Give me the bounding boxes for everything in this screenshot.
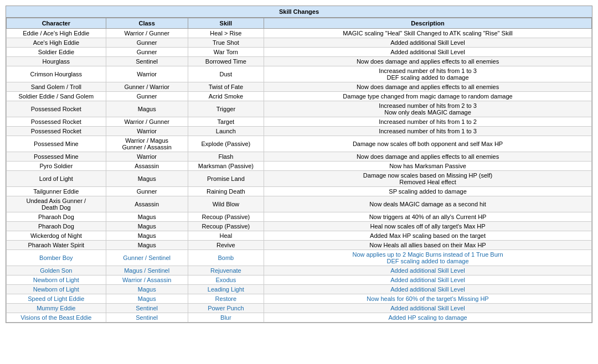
- cell-skill: Heal > Rise: [188, 29, 264, 38]
- cell-class: Gunner / Sentinel: [106, 250, 188, 266]
- table-row: Soldier Eddie / Sand GolemGunnerAcrid Sm…: [7, 92, 592, 101]
- cell-skill: Blur: [188, 313, 264, 323]
- cell-description: Now applies up to 2 Magic Burns instead …: [264, 250, 592, 266]
- cell-class: Gunner / Warrior: [106, 82, 188, 92]
- cell-description: Now does damage and applies effects to a…: [264, 57, 592, 66]
- cell-description: Increased number of hits from 1 to 3DEF …: [264, 66, 592, 82]
- cell-character: Possessed Rocket: [7, 117, 106, 127]
- cell-skill: Acrid Smoke: [188, 92, 264, 101]
- cell-description: Added additional Skill Level: [264, 266, 592, 275]
- header-skill: Skill: [188, 18, 264, 29]
- cell-description: Added additional Skill Level: [264, 38, 592, 48]
- cell-character: Crimson Hourglass: [7, 66, 106, 82]
- cell-class: Magus: [106, 212, 188, 222]
- cell-skill: Revive: [188, 241, 264, 250]
- cell-skill: Promise Land: [188, 171, 264, 187]
- cell-skill: Recoup (Passive): [188, 222, 264, 231]
- cell-character: Pharaoh Water Spirit: [7, 241, 106, 250]
- cell-description: Added additional Skill Level: [264, 48, 592, 57]
- table-row: Pharaoh DogMagusRecoup (Passive)Heal now…: [7, 222, 592, 231]
- cell-class: Assassin: [106, 196, 188, 212]
- cell-class: Warrior / Gunner: [106, 117, 188, 127]
- table-row: Bomber BoyGunner / SentinelBombNow appli…: [7, 250, 592, 266]
- cell-character: Newborn of Light: [7, 285, 106, 294]
- cell-skill: Target: [188, 117, 264, 127]
- cell-skill: Flash: [188, 152, 264, 162]
- cell-description: Added additional Skill Level: [264, 304, 592, 313]
- cell-class: Gunner: [106, 38, 188, 48]
- cell-skill: Leading Light: [188, 285, 264, 294]
- cell-description: Increased number of hits from 1 to 2: [264, 117, 592, 127]
- cell-character: Pharaoh Dog: [7, 212, 106, 222]
- table-title: Skill Changes: [6, 6, 592, 18]
- cell-class: Magus: [106, 294, 188, 304]
- skill-changes-container: Skill Changes Character Class Skill Desc…: [6, 6, 592, 323]
- cell-character: Soldier Eddie: [7, 48, 106, 57]
- cell-skill: Wild Blow: [188, 196, 264, 212]
- cell-character: Undead Axis Gunner /Death Dog: [7, 196, 106, 212]
- table-row: Crimson HourglassWarriorDustIncreased nu…: [7, 66, 592, 82]
- cell-class: Warrior / Assassin: [106, 275, 188, 285]
- cell-skill: Trigger: [188, 101, 264, 117]
- cell-description: Now Heals all allies based on their Max …: [264, 241, 592, 250]
- cell-class: Sentinel: [106, 304, 188, 313]
- cell-skill: Rejuvenate: [188, 266, 264, 275]
- cell-character: Ace's High Eddie: [7, 38, 106, 48]
- cell-class: Gunner: [106, 92, 188, 101]
- header-character: Character: [7, 18, 106, 29]
- table-row: Mummy EddieSentinelPower PunchAdded addi…: [7, 304, 592, 313]
- table-row: Possessed MineWarrior / MagusGunner / As…: [7, 136, 592, 152]
- cell-description: SP scaling added to damage: [264, 187, 592, 196]
- cell-skill: Dust: [188, 66, 264, 82]
- table-row: Possessed RocketMagusTriggerIncreased nu…: [7, 101, 592, 117]
- table-row: Speed of Light EddieMagusRestoreNow heal…: [7, 294, 592, 304]
- cell-class: Magus: [106, 285, 188, 294]
- cell-class: Gunner: [106, 187, 188, 196]
- cell-class: Gunner: [106, 48, 188, 57]
- cell-character: Bomber Boy: [7, 250, 106, 266]
- cell-skill: Raining Death: [188, 187, 264, 196]
- cell-skill: Twist of Fate: [188, 82, 264, 92]
- table-row: Golden SonMagus / SentinelRejuvenateAdde…: [7, 266, 592, 275]
- cell-class: Sentinel: [106, 57, 188, 66]
- cell-character: Eddie / Ace's High Eddie: [7, 29, 106, 38]
- cell-character: Sand Golem / Troll: [7, 82, 106, 92]
- cell-description: Added HP scaling to damage: [264, 313, 592, 323]
- cell-class: Warrior: [106, 152, 188, 162]
- cell-skill: Heal: [188, 231, 264, 241]
- cell-skill: Bomb: [188, 250, 264, 266]
- cell-skill: Borrowed Time: [188, 57, 264, 66]
- cell-description: Now does damage and applies effects to a…: [264, 82, 592, 92]
- cell-description: Now does damage and applies effects to a…: [264, 152, 592, 162]
- cell-description: MAGIC scaling "Heal" Skill Changed to AT…: [264, 29, 592, 38]
- cell-character: Possessed Mine: [7, 136, 106, 152]
- table-row: Possessed RocketWarriorLaunchIncreased n…: [7, 127, 592, 136]
- table-row: Visions of the Beast EddieSentinelBlurAd…: [7, 313, 592, 323]
- cell-class: Magus: [106, 241, 188, 250]
- cell-description: Added Max HP scaling based on the target: [264, 231, 592, 241]
- cell-character: Pyro Soldier: [7, 162, 106, 171]
- header-description: Description: [264, 18, 592, 29]
- cell-character: Lord of Light: [7, 171, 106, 187]
- cell-class: Assassin: [106, 162, 188, 171]
- cell-character: Newborn of Light: [7, 275, 106, 285]
- header-class: Class: [106, 18, 188, 29]
- table-row: Soldier EddieGunnerWar TornAdded additio…: [7, 48, 592, 57]
- cell-character: Wickerdog of Night: [7, 231, 106, 241]
- cell-skill: War Torn: [188, 48, 264, 57]
- cell-skill: Exodus: [188, 275, 264, 285]
- cell-class: Warrior: [106, 127, 188, 136]
- table-row: Eddie / Ace's High EddieWarrior / Gunner…: [7, 29, 592, 38]
- table-row: Pharaoh Water SpiritMagusReviveNow Heals…: [7, 241, 592, 250]
- cell-description: Now has Marksman Passive: [264, 162, 592, 171]
- cell-description: Heal now scales off of ally target's Max…: [264, 222, 592, 231]
- cell-character: Pharaoh Dog: [7, 222, 106, 231]
- table-row: Pharaoh DogMagusRecoup (Passive)Now trig…: [7, 212, 592, 222]
- cell-class: Magus: [106, 231, 188, 241]
- cell-character: Golden Son: [7, 266, 106, 275]
- cell-character: Possessed Rocket: [7, 101, 106, 117]
- cell-class: Magus / Sentinel: [106, 266, 188, 275]
- cell-description: Increased number of hits from 2 to 3Now …: [264, 101, 592, 117]
- cell-description: Now deals MAGIC damage as a second hit: [264, 196, 592, 212]
- cell-class: Warrior / MagusGunner / Assassin: [106, 136, 188, 152]
